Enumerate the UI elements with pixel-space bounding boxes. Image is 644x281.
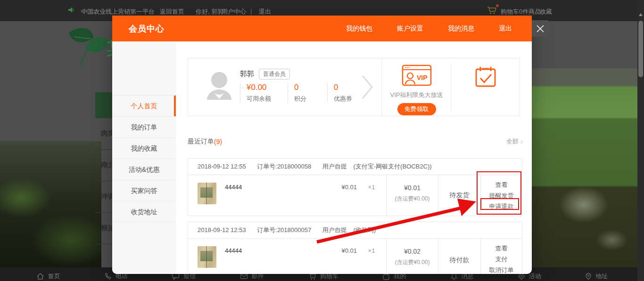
- sidebar-item-shipping-address[interactable]: 收货地址: [112, 201, 176, 222]
- order-payment: (收款码): [353, 226, 376, 233]
- vip-claim-button[interactable]: 免费领取: [397, 103, 436, 115]
- nav-my-messages[interactable]: 我的消息: [448, 24, 474, 33]
- modal-title: 会员中心: [129, 23, 165, 34]
- cancel-order-link[interactable]: 取消订单: [481, 265, 522, 274]
- phone-icon: [104, 273, 112, 280]
- pay-order-link[interactable]: 支付: [481, 254, 522, 265]
- product-thumbnail[interactable]: [198, 183, 216, 204]
- profile-stats: ¥0.00 可用余额 0 积分 0 优惠券: [240, 83, 372, 103]
- back-home-link[interactable]: 返回首页: [160, 8, 184, 16]
- chevron-right-icon: ›: [520, 137, 523, 146]
- calendar-check-icon: [474, 65, 497, 88]
- user-name: 郭郭: [240, 70, 254, 79]
- view-order-link[interactable]: 查看: [481, 179, 522, 190]
- scrollbar-thumb[interactable]: [638, 21, 643, 77]
- modal-sidebar: 个人首页 我的订单 我的收藏 活动&优惠 买家问答 收货地址: [112, 41, 176, 274]
- order-delivery: 用户自提: [322, 226, 347, 233]
- modal-nav: 我的钱包 账户设置 我的消息 退出: [346, 24, 512, 33]
- vip-section: VIP VIP福利限免大放送 免费领取: [381, 58, 520, 116]
- vip-icon: VIP: [402, 64, 432, 86]
- profile-card: 郭郭 普通会员 ¥0.00 可用余额 0 积分: [188, 58, 520, 116]
- orders-count: (9): [214, 138, 222, 145]
- stat-points[interactable]: 0 积分: [288, 83, 327, 103]
- cart-badge-dot: [496, 4, 499, 7]
- sidebar-item-personal-home[interactable]: 个人首页: [112, 95, 176, 116]
- request-refund-link[interactable]: 申请退款: [481, 201, 522, 212]
- user-center-link[interactable]: 用户中心: [222, 8, 246, 16]
- product-quantity: ×1: [357, 183, 386, 216]
- membership-badge: 普通会员: [259, 69, 290, 80]
- nav-account-settings[interactable]: 账户设置: [397, 24, 423, 33]
- speaker-icon: [67, 6, 75, 15]
- order-total-cell: ¥0.02 (含运费¥0.00): [386, 239, 438, 274]
- profile-summary: 郭郭 普通会员 ¥0.00 可用余额 0 积分: [188, 58, 381, 116]
- remind-shipment-link[interactable]: 提醒发货: [481, 190, 522, 201]
- orders-heading-label: 最近订单: [188, 137, 214, 146]
- bottom-nav-address[interactable]: 地址: [585, 272, 608, 281]
- view-all-link[interactable]: 全部 ›: [506, 137, 523, 146]
- scrollbar[interactable]: [637, 0, 644, 281]
- avatar: [205, 71, 233, 104]
- bottom-nav-home[interactable]: 首页: [36, 272, 60, 281]
- order-total: ¥0.01: [387, 184, 438, 192]
- topbar-divider: |: [250, 8, 252, 15]
- modal-body: 个人首页 我的订单 我的收藏 活动&优惠 买家问答 收货地址 郭郭: [112, 41, 532, 274]
- product-name[interactable]: 44444: [225, 246, 242, 274]
- vip-caption: VIP福利限免大放送: [382, 91, 451, 99]
- background-photo-leaves: [0, 141, 101, 281]
- vip-promo: VIP VIP福利限免大放送 免费领取: [382, 58, 451, 116]
- order-body: 44444 ¥0.01 ×1 ¥0.01 (含运费¥0.00) 待发货 查看: [188, 175, 522, 216]
- nav-logout[interactable]: 退出: [499, 24, 512, 33]
- order-number: 订单号:2018000057: [257, 226, 311, 233]
- order-product-cell: 44444 ¥0.01 ×1: [188, 239, 386, 274]
- stat-balance[interactable]: ¥0.00 可用余额: [240, 83, 288, 103]
- cart-count-label[interactable]: 购物车0件商品: [501, 8, 541, 16]
- close-icon: [536, 24, 545, 33]
- home-icon: [36, 273, 44, 280]
- site-title: 中国农业线上营销第一平台: [81, 8, 155, 16]
- order-card: 2018-09-12 12:53 订单号:2018000057 用户自提 (收款…: [188, 222, 522, 274]
- vertical-divider: [451, 63, 452, 111]
- order-shipping: (含运费¥0.00): [387, 195, 438, 203]
- product-quantity: ×1: [357, 246, 386, 274]
- modal-header: 会员中心 我的钱包 账户设置 我的消息 退出: [112, 16, 532, 41]
- order-total: ¥0.02: [387, 248, 438, 255]
- order-status: 待发货: [438, 175, 480, 216]
- order-body: 44444 ¥0.01 ×1 ¥0.02 (含运费¥0.00) 待付款 查看: [188, 239, 522, 274]
- chevron-right-icon[interactable]: [361, 74, 374, 102]
- svg-text:VIP: VIP: [417, 74, 428, 81]
- location-icon: [585, 273, 592, 280]
- order-delivery: 用户自提: [322, 163, 347, 170]
- sidebar-item-my-favorites[interactable]: 我的收藏: [112, 137, 176, 159]
- product-thumbnail[interactable]: [198, 246, 216, 268]
- background-photo-teafield: [532, 68, 644, 281]
- sidebar-item-promotions[interactable]: 活动&优惠: [112, 159, 176, 180]
- view-order-link[interactable]: 查看: [481, 243, 522, 254]
- logout-link[interactable]: 退出: [259, 8, 271, 16]
- scrollbar-up-arrow[interactable]: [639, 13, 643, 16]
- greeting-text: 你好, 郭郭: [196, 8, 223, 16]
- favorites-link[interactable]: 收藏: [540, 8, 552, 16]
- member-center-modal: 会员中心 我的钱包 账户设置 我的消息 退出 个人首页 我的订单 我的收藏 活动…: [112, 16, 532, 274]
- close-modal-button[interactable]: [532, 20, 548, 37]
- order-header: 2018-09-12 12:55 订单号:2018000058 用户自提 (支付…: [188, 159, 522, 175]
- product-price: ¥0.01: [324, 183, 357, 216]
- screen: 中国农业线上营销第一平台 返回首页 你好, 郭郭 用户中心 | 退出 购物车0件…: [0, 0, 644, 281]
- modal-content: 郭郭 普通会员 ¥0.00 可用余额 0 积分: [176, 41, 532, 274]
- sidebar-item-buyer-qa[interactable]: 买家问答: [112, 180, 176, 201]
- nav-my-wallet[interactable]: 我的钱包: [346, 24, 372, 33]
- order-product-cell: 44444 ¥0.01 ×1: [188, 175, 386, 216]
- order-status: 待付款: [438, 239, 480, 274]
- checkin-area[interactable]: [451, 58, 520, 116]
- order-actions: 查看 提醒发货 申请退款: [480, 175, 522, 216]
- leaf-logo-icon: [65, 24, 110, 72]
- product-name[interactable]: 44444: [225, 183, 242, 216]
- order-shipping: (含运费¥0.00): [387, 258, 438, 266]
- mail-icon: [240, 273, 248, 280]
- sidebar-item-my-orders[interactable]: 我的订单: [112, 116, 176, 137]
- cart-icon[interactable]: [487, 6, 498, 16]
- order-datetime: 2018-09-12 12:55: [198, 163, 246, 170]
- order-header: 2018-09-12 12:53 订单号:2018000057 用户自提 (收款…: [188, 222, 522, 239]
- order-datetime: 2018-09-12 12:53: [198, 226, 246, 233]
- order-actions: 查看 支付 取消订单: [480, 239, 522, 274]
